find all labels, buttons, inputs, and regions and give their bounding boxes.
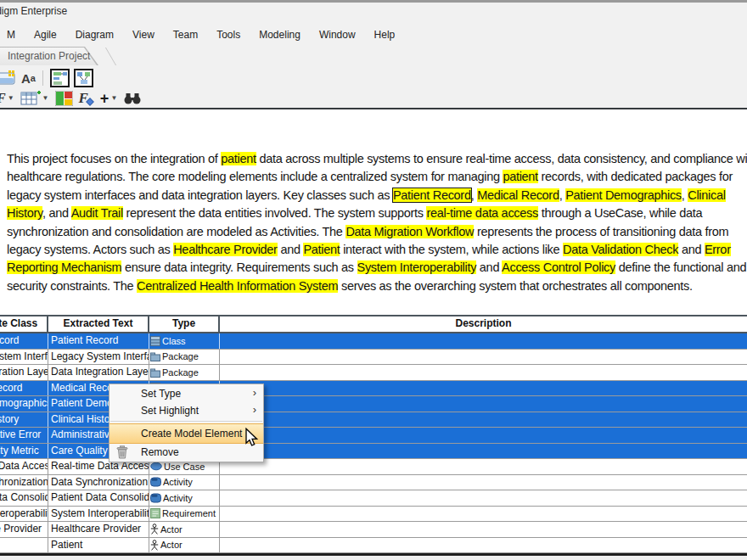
table-header: Candidate Class Extracted Text Type Desc… — [0, 315, 747, 333]
highlighted-term[interactable]: Access Control Policy — [502, 260, 615, 274]
cell-candidate-class — [0, 538, 48, 553]
cell-type: Activity — [149, 475, 220, 490]
cell-candidate-class: Administrative Error — [0, 428, 48, 443]
application-window: Visual Paradigm Enterprise M Agile Diagr… — [0, 0, 747, 560]
find-binoculars-icon[interactable] — [123, 89, 142, 108]
cell-description — [220, 381, 747, 396]
document-panel: This project focuses on the integration … — [0, 109, 747, 553]
highlighted-term[interactable]: Error — [705, 243, 731, 256]
cell-type: Requirement — [149, 507, 220, 522]
highlighted-term[interactable]: Audit Trail — [71, 206, 123, 220]
highlighted-term[interactable]: Patient — [303, 243, 340, 256]
table-row[interactable]: PatientActor — [0, 538, 747, 554]
menu-item-create-model-element[interactable]: Create Model Element — [110, 423, 263, 444]
model-function-icon[interactable]: F — [79, 89, 94, 108]
cell-description — [220, 475, 747, 490]
highlighted-term[interactable]: Data Migration Workflow — [345, 225, 474, 238]
diagram-overview-icon[interactable] — [50, 69, 70, 87]
menu-item-view[interactable]: View — [123, 26, 164, 43]
cell-type: Class — [149, 333, 220, 349]
table-row[interactable]: System InteroperabilitySystem Interopera… — [0, 507, 747, 523]
menu-item-modeling[interactable]: Modeling — [250, 26, 310, 43]
cell-candidate-class: Patient Demographics — [0, 396, 48, 412]
cell-description — [220, 444, 747, 459]
highlighted-term[interactable]: real-time data access — [426, 206, 538, 220]
package-icon — [150, 351, 160, 361]
table-row[interactable]: Patient RecordPatient RecordClass — [0, 333, 747, 350]
diagram-layout-icon[interactable] — [74, 69, 93, 87]
highlighted-term[interactable]: Patient Demographics — [565, 188, 682, 202]
cell-candidate-class: Patient Data Consolidation — [0, 490, 48, 506]
window-bottom-strip — [0, 556, 747, 560]
column-header-type[interactable]: Type — [149, 316, 220, 332]
cell-extracted-text: System Interoperability — [48, 507, 149, 522]
table-row[interactable]: Patient Data ConsolidationPatient Data C… — [0, 490, 747, 507]
highlighted-term[interactable]: Patient Record — [393, 188, 471, 202]
font-f-dropdown-icon[interactable]: F▼ — [0, 89, 14, 108]
cell-extracted-text: Patient Record — [48, 333, 149, 349]
menu-item-window[interactable]: Window — [310, 26, 365, 43]
mouse-cursor-icon — [243, 428, 260, 451]
highlighted-term[interactable]: Healthcare Provider — [173, 243, 277, 256]
menu-item[interactable]: M — [0, 26, 25, 43]
highlighted-term[interactable]: History — [7, 206, 42, 220]
cell-type: Actor — [149, 538, 220, 553]
requirement-icon — [150, 508, 160, 518]
menu-item-tools[interactable]: Tools — [207, 26, 250, 43]
menu-item-set-type[interactable]: Set Type › — [110, 385, 263, 402]
cell-type: Package — [149, 350, 220, 365]
highlighted-term[interactable]: Medical Record — [477, 188, 559, 202]
highlighted-term[interactable]: Clinical — [688, 188, 725, 202]
menu-item-remove[interactable]: Remove — [110, 444, 263, 461]
cell-extracted-text: Legacy System Interfaces — [48, 350, 149, 365]
highlighted-term[interactable]: patient — [221, 152, 256, 165]
cell-description — [220, 522, 747, 537]
cell-description — [220, 333, 747, 349]
table-row[interactable]: Legacy System InterfacesLegacy System In… — [0, 350, 747, 366]
tab-strip-edge — [93, 48, 116, 65]
menu-item-help[interactable]: Help — [365, 26, 405, 43]
toolbar-row-1: Aa — [0, 68, 93, 88]
menu-item-agile[interactable]: Agile — [25, 26, 66, 43]
cell-description — [220, 538, 747, 553]
submenu-arrow-icon: › — [253, 403, 256, 416]
cell-description — [220, 507, 747, 522]
menu-item-diagram[interactable]: Diagram — [66, 26, 123, 43]
tab-integration-project[interactable]: Integration Project — [0, 47, 98, 65]
column-header-extracted-text[interactable]: Extracted Text — [48, 316, 149, 332]
highlighted-term[interactable]: patient — [503, 170, 537, 183]
cell-extracted-text: Data Integration Layers — [48, 365, 149, 380]
add-plus-icon[interactable]: +▼ — [100, 89, 117, 108]
cell-type: Activity — [149, 490, 220, 506]
highlighted-term[interactable]: Centralized Health Information System — [137, 279, 338, 293]
menu-bar: M Agile Diagram View Team Tools Modeling… — [0, 26, 404, 43]
cell-candidate-class: Data Synchronization — [0, 475, 48, 490]
column-header-candidate-class[interactable]: Candidate Class — [0, 316, 48, 332]
cell-description — [220, 428, 747, 443]
table-row[interactable]: Data Integration LayersData Integration … — [0, 365, 747, 381]
highlighted-term[interactable]: Data Validation Check — [563, 243, 678, 256]
cell-candidate-class: Healthcare Provider — [0, 522, 48, 537]
cell-description — [220, 365, 747, 380]
cell-description — [220, 459, 747, 474]
highlighted-term[interactable]: System Interoperability — [357, 260, 477, 274]
cell-candidate-class: System Interoperability — [0, 507, 48, 522]
menu-item-set-highlight[interactable]: Set Highlight › — [110, 402, 263, 419]
font-style-icon[interactable]: Aa — [21, 69, 36, 87]
highlighted-term[interactable]: Reporting Mechanism — [7, 260, 121, 274]
cell-extracted-text: Patient — [48, 538, 149, 553]
table-row[interactable]: Healthcare ProviderHealthcare ProviderAc… — [0, 522, 747, 538]
table-row[interactable]: Data SynchronizationData Synchronization… — [0, 475, 747, 491]
usecase-icon — [150, 462, 162, 471]
actor-icon — [150, 524, 159, 535]
add-table-icon[interactable]: ▼ — [20, 89, 49, 108]
column-header-description[interactable]: Description — [220, 316, 747, 332]
cell-description — [220, 490, 747, 506]
menu-item-team[interactable]: Team — [164, 26, 207, 43]
cell-description — [220, 350, 747, 365]
toolbar-separator — [42, 70, 43, 86]
textbox-icon[interactable] — [0, 69, 17, 87]
color-grid-icon[interactable] — [55, 89, 73, 108]
actor-icon — [150, 540, 159, 551]
context-menu: Set Type › Set Highlight › Create Model … — [109, 384, 264, 462]
